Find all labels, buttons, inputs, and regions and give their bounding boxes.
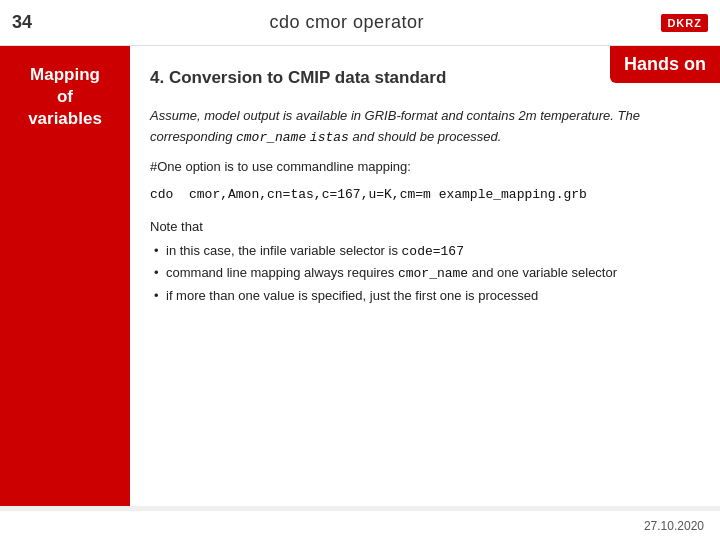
header: 34 cdo cmor operator DKRZ	[0, 0, 720, 46]
logo-area: DKRZ	[661, 14, 708, 32]
note-title: Note that	[150, 219, 696, 234]
paragraph-2: #One option is to use commandline mappin…	[150, 157, 696, 178]
list-item: in this case, the infile variable select…	[150, 240, 696, 262]
list-item: command line mapping always requires cmo…	[150, 262, 696, 284]
hands-on-badge: Hands on	[610, 46, 720, 83]
inline-code-cmor-name: cmor_name	[236, 130, 306, 145]
dkrz-logo: DKRZ	[661, 14, 708, 32]
footer: 27.10.2020	[0, 510, 720, 540]
main-content: Mappingofvariables 4. Conversion to CMIP…	[0, 46, 720, 506]
paragraph-1: Assume, model output is available in GRI…	[150, 106, 696, 149]
bullet-list: in this case, the infile variable select…	[150, 240, 696, 306]
footer-date: 27.10.2020	[644, 519, 704, 533]
header-title: cdo cmor operator	[269, 12, 424, 33]
sidebar-label: Mappingofvariables	[28, 64, 102, 130]
code-block: cdo cmor,Amon,cn=tas,c=167,u=K,cm=m exam…	[150, 185, 696, 205]
inline-code-code167: code=167	[402, 244, 464, 259]
inline-code-cmor-name2: cmor_name	[398, 266, 468, 281]
slide-number: 34	[12, 12, 32, 33]
list-item: if more than one value is specified, jus…	[150, 285, 696, 306]
sidebar: Mappingofvariables	[0, 46, 130, 506]
inline-code-istas: istas	[310, 130, 349, 145]
content-area: 4. Conversion to CMIP data standard Assu…	[130, 46, 720, 506]
